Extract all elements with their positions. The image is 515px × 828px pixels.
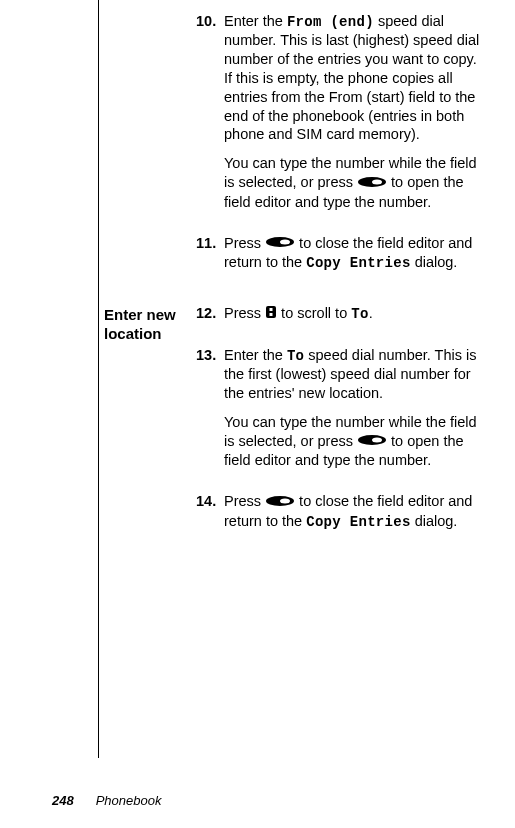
step-number: 13. bbox=[196, 346, 224, 480]
svg-point-8 bbox=[372, 438, 382, 443]
page-content: 10. Enter the From (end) speed dial numb… bbox=[0, 0, 515, 828]
scroll-key-icon bbox=[265, 305, 277, 324]
step-paragraph: Press to scroll to To. bbox=[224, 304, 487, 324]
text: Enter the bbox=[224, 347, 287, 363]
section-label-empty bbox=[104, 12, 182, 294]
mono-text: Copy Entries bbox=[306, 255, 410, 271]
chapter-name: Phonebook bbox=[96, 793, 162, 808]
step-number: 12. bbox=[196, 304, 224, 334]
step-text: Enter the From (end) speed dial number. … bbox=[224, 12, 487, 222]
text: dialog. bbox=[411, 254, 458, 270]
text: . bbox=[369, 305, 373, 321]
svg-rect-6 bbox=[270, 313, 273, 316]
step-paragraph: Enter the From (end) speed dial number. … bbox=[224, 12, 487, 144]
step-text: Enter the To speed dial number. This is … bbox=[224, 346, 487, 480]
section-content-2: 12. Press to scroll to To. 13. Enter the… bbox=[196, 304, 487, 553]
select-key-icon bbox=[357, 432, 387, 451]
select-key-icon bbox=[265, 234, 295, 253]
margin-rule bbox=[98, 0, 99, 758]
step-paragraph: You can type the number while the field … bbox=[224, 413, 487, 470]
svg-point-10 bbox=[280, 498, 290, 503]
page-number: 248 bbox=[52, 793, 74, 808]
text: speed dial number. This is last (highest… bbox=[224, 13, 479, 142]
page-footer: 248Phonebook bbox=[52, 793, 161, 808]
text: dialog. bbox=[411, 513, 458, 529]
text: Press bbox=[224, 235, 265, 251]
select-key-icon bbox=[357, 174, 387, 193]
step-10: 10. Enter the From (end) speed dial numb… bbox=[196, 12, 487, 222]
mono-text: To bbox=[287, 348, 304, 364]
mono-text: Copy Entries bbox=[306, 514, 410, 530]
step-11: 11. Press to close the field editor and … bbox=[196, 234, 487, 283]
section-content-1: 10. Enter the From (end) speed dial numb… bbox=[196, 12, 487, 294]
mono-text: From (end) bbox=[287, 14, 374, 30]
section-continue: 10. Enter the From (end) speed dial numb… bbox=[104, 12, 487, 294]
svg-point-3 bbox=[280, 240, 290, 245]
step-12: 12. Press to scroll to To. bbox=[196, 304, 487, 334]
step-paragraph: Press to close the field editor and retu… bbox=[224, 492, 487, 531]
step-paragraph: Enter the To speed dial number. This is … bbox=[224, 346, 487, 403]
step-text: Press to scroll to To. bbox=[224, 304, 487, 334]
svg-rect-4 bbox=[266, 306, 276, 318]
svg-rect-5 bbox=[270, 308, 273, 311]
section-enter-new-location: Enter new location 12. Press to scroll t… bbox=[104, 304, 487, 553]
select-key-icon bbox=[265, 493, 295, 512]
step-paragraph: You can type the number while the field … bbox=[224, 154, 487, 211]
step-text: Press to close the field editor and retu… bbox=[224, 234, 487, 283]
text: to scroll to bbox=[277, 305, 351, 321]
text: Enter the bbox=[224, 13, 287, 29]
step-14: 14. Press to close the field editor and … bbox=[196, 492, 487, 541]
text: Press bbox=[224, 493, 265, 509]
step-number: 11. bbox=[196, 234, 224, 283]
svg-point-1 bbox=[372, 179, 382, 184]
section-label: Enter new location bbox=[104, 304, 182, 553]
text: Press bbox=[224, 305, 265, 321]
step-number: 10. bbox=[196, 12, 224, 222]
step-number: 14. bbox=[196, 492, 224, 541]
step-13: 13. Enter the To speed dial number. This… bbox=[196, 346, 487, 480]
mono-text: To bbox=[351, 306, 368, 322]
step-paragraph: Press to close the field editor and retu… bbox=[224, 234, 487, 273]
step-text: Press to close the field editor and retu… bbox=[224, 492, 487, 541]
